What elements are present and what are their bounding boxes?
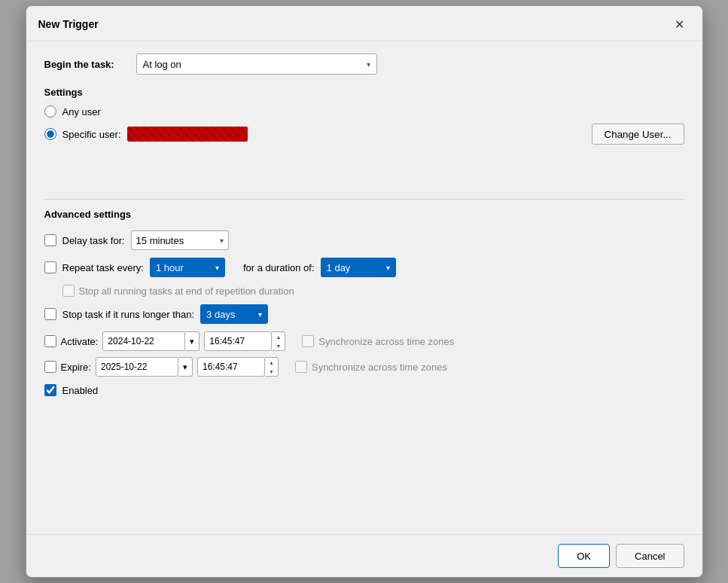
expire-time-value: 16:45:47 (203, 362, 238, 372)
chevron-down-icon: ▾ (215, 264, 219, 272)
spinner-up-icon[interactable]: ▲ (265, 358, 278, 367)
activate-date-input[interactable]: 2024-10-22 (102, 331, 185, 351)
any-user-radio[interactable] (44, 105, 56, 118)
expire-date-input[interactable]: 2025-10-22 (96, 357, 178, 377)
enabled-checkbox[interactable] (44, 384, 56, 396)
expire-time-input[interactable]: 16:45:47 (197, 357, 265, 377)
settings-label: Settings (44, 87, 684, 98)
delay-task-dropdown[interactable]: 15 minutes ▾ (131, 230, 229, 250)
activate-calendar-button[interactable]: ▾ (185, 331, 200, 351)
stop-task-checkbox[interactable] (44, 308, 56, 320)
dialog-content: Begin the task: At log on ▾ Settings Any… (26, 41, 702, 534)
begin-task-row: Begin the task: At log on ▾ (44, 53, 684, 75)
activate-time-value: 16:45:47 (209, 336, 245, 346)
any-user-row: Any user (44, 105, 684, 118)
duration-value: 1 day (327, 262, 351, 273)
duration-label: for a duration of: (243, 262, 315, 273)
expire-sync-label: Synchronize across time zones (312, 362, 447, 373)
delay-task-checkbox[interactable] (44, 234, 56, 246)
title-bar: New Trigger ✕ (26, 6, 702, 41)
activate-sync-row: Synchronize across time zones (302, 335, 454, 347)
repeat-task-value: 1 hour (156, 262, 184, 273)
delay-task-label: Delay task for: (62, 235, 125, 246)
activate-date-group: 2024-10-22 ▾ (102, 331, 200, 351)
cancel-button[interactable]: Cancel (616, 544, 684, 568)
spinner-up-icon[interactable]: ▲ (272, 332, 285, 341)
chevron-down-icon: ▾ (386, 264, 390, 272)
activate-sync-label: Synchronize across time zones (318, 336, 454, 347)
advanced-settings-label: Advanced settings (44, 209, 684, 220)
activate-row: Activate: 2024-10-22 ▾ 16:45:47 ▲ ▼ (44, 331, 684, 351)
ok-button[interactable]: OK (558, 544, 610, 568)
expire-time-group: 16:45:47 ▲ ▼ (197, 357, 279, 377)
advanced-settings-section: Advanced settings Delay task for: 15 min… (44, 209, 684, 396)
expire-checkbox[interactable] (44, 361, 56, 373)
chevron-down-icon: ▾ (220, 237, 224, 245)
settings-group: Settings Any user Specific user: Change … (44, 87, 684, 145)
repeat-task-row: Repeat task every: 1 hour ▾ for a durati… (44, 258, 684, 277)
expire-date-value: 2025-10-22 (101, 362, 147, 372)
specific-user-radio[interactable] (44, 128, 56, 140)
begin-task-dropdown[interactable]: At log on ▾ (136, 53, 377, 75)
spinner-down-icon[interactable]: ▼ (272, 341, 285, 350)
expire-label: Expire: (61, 362, 91, 373)
spinner-down-icon[interactable]: ▼ (265, 367, 278, 376)
stop-running-checkbox[interactable] (62, 285, 75, 297)
activate-date-value: 2024-10-22 (108, 336, 154, 346)
specific-user-row: Specific user: Change User... (44, 124, 684, 145)
activate-label: Activate: (61, 336, 99, 347)
stop-running-label: Stop all running tasks at end of repetit… (79, 285, 294, 297)
repeat-task-checkbox[interactable] (44, 261, 56, 273)
specific-user-label: Specific user: (62, 129, 121, 140)
repeat-task-dropdown[interactable]: 1 hour ▾ (150, 258, 225, 277)
repeat-task-label: Repeat task every: (62, 262, 144, 273)
stop-task-row: Stop task if it runs longer than: 3 days… (44, 304, 684, 324)
delay-task-value: 15 minutes (136, 235, 184, 246)
activate-sync-checkbox[interactable] (302, 335, 314, 347)
close-button[interactable]: ✕ (669, 14, 690, 35)
activate-checkbox[interactable] (44, 335, 56, 347)
expire-sync-row: Synchronize across time zones (295, 361, 447, 373)
new-trigger-dialog: New Trigger ✕ Begin the task: At log on … (26, 5, 703, 578)
section-divider (44, 199, 684, 200)
calendar-icon: ▾ (190, 337, 194, 346)
duration-dropdown[interactable]: 1 day ▾ (321, 258, 396, 277)
delay-task-row: Delay task for: 15 minutes ▾ (44, 230, 684, 250)
expire-sync-checkbox[interactable] (295, 361, 307, 373)
expire-date-group: 2025-10-22 ▾ (96, 357, 193, 377)
activate-time-spinner[interactable]: ▲ ▼ (272, 331, 285, 351)
begin-task-value: At log on (143, 59, 181, 70)
stop-task-value: 3 days (206, 309, 235, 320)
expire-time-spinner[interactable]: ▲ ▼ (265, 357, 279, 377)
calendar-icon: ▾ (183, 362, 187, 372)
begin-task-label: Begin the task: (44, 59, 127, 70)
any-user-label: Any user (62, 106, 101, 118)
expire-calendar-button[interactable]: ▾ (178, 357, 193, 377)
stop-running-row: Stop all running tasks at end of repetit… (62, 285, 684, 297)
activate-time-group: 16:45:47 ▲ ▼ (204, 331, 285, 351)
stop-task-dropdown[interactable]: 3 days ▾ (200, 304, 268, 324)
redacted-username (127, 127, 248, 142)
change-user-button[interactable]: Change User... (592, 124, 684, 145)
chevron-down-icon: ▾ (367, 60, 370, 69)
dialog-title: New Trigger (38, 18, 99, 30)
chevron-down-icon: ▾ (258, 310, 262, 319)
dialog-footer: OK Cancel (26, 534, 702, 577)
activate-time-input[interactable]: 16:45:47 (204, 331, 272, 351)
stop-task-label: Stop task if it runs longer than: (62, 309, 195, 320)
enabled-label: Enabled (62, 385, 99, 396)
enabled-row: Enabled (44, 384, 684, 396)
expire-row: Expire: 2025-10-22 ▾ 16:45:47 ▲ ▼ (44, 357, 684, 377)
